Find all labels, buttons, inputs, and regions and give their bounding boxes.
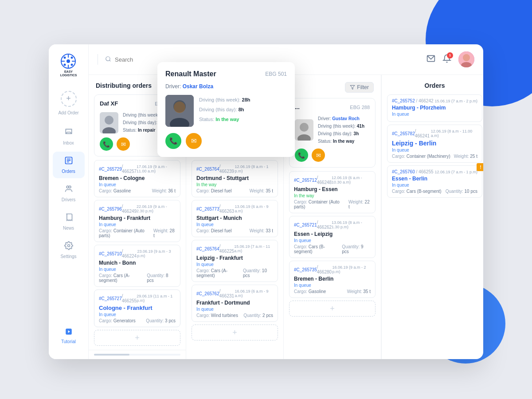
right-order-3[interactable]: ! #C_265760 / 466255 12.06.19 (7 a.m - 1… bbox=[387, 165, 482, 198]
order-cargo-c2-2: Cargo: Diesel fuel Weight: 33 t bbox=[196, 228, 273, 233]
filter-button[interactable]: Filter bbox=[345, 82, 374, 93]
driver-gustav-plate: EBG 288 bbox=[350, 105, 370, 110]
right-order-1[interactable]: #C_265752 / 466242 15.06.19 (7 a.m - 2 p… bbox=[387, 94, 482, 122]
header-icons: 1 bbox=[426, 51, 474, 67]
right-order-id-3: #C_265760 bbox=[392, 169, 415, 174]
svg-point-9 bbox=[71, 64, 73, 66]
sidebar-item-drivers[interactable]: Drivers bbox=[53, 180, 85, 207]
order-time-c1-3: 23.06.19 (9 a.m - 3 p.m) bbox=[137, 249, 176, 258]
order-route-c3-2: Essen - Leipzig bbox=[294, 231, 371, 237]
order-card-col1-2[interactable]: #C_265796 / 466249 22.06.19 (9 a.m - 2.3… bbox=[94, 200, 180, 242]
logo-icon bbox=[60, 53, 76, 69]
settings-icon bbox=[64, 241, 73, 252]
user-avatar[interactable] bbox=[458, 51, 474, 67]
popup-week-label: Driving (this week): bbox=[199, 97, 241, 102]
driver-gustav-actions: 📞 ✉ bbox=[295, 149, 370, 162]
popup-driver-label: Driver: bbox=[165, 83, 181, 90]
tutorial-label: Tutorial bbox=[61, 339, 76, 344]
popup-stats: Driving (this week): 28h Driving (this d… bbox=[199, 95, 250, 127]
orders-panel-title: Orders bbox=[425, 82, 445, 89]
order-cargo-last: Cargo: Generators Quantity: 3 pcs bbox=[99, 318, 176, 323]
column-3-scroll[interactable]: ... EBG 288 bbox=[284, 98, 381, 359]
gustav-email-button[interactable]: ✉ bbox=[312, 149, 325, 162]
order-route-c2-1: Dortmund - Stuttgart bbox=[196, 175, 273, 181]
sidebar-settings-label: Settings bbox=[60, 254, 76, 259]
sidebar-item-orders[interactable]: Orders bbox=[53, 152, 85, 178]
order-card-col2-3[interactable]: #C_265764 / 466225 15.06.19 (7 a.m - 11 … bbox=[192, 240, 278, 282]
order-time-c3-3: 16.06.19 (9 a.m - 2 p.m) bbox=[332, 265, 371, 274]
order-num-c1-3: / 466224 bbox=[122, 249, 137, 258]
popup-actions: 📞 ✉ bbox=[165, 133, 287, 149]
notification-button[interactable]: 1 bbox=[442, 54, 451, 65]
popup-header: Renault Master EBG 501 bbox=[165, 70, 287, 78]
order-id-c2-2: #C_265773 bbox=[196, 207, 219, 211]
gustav-phone-button[interactable]: 📞 bbox=[295, 149, 308, 162]
sidebar: EASYLOGISTICS + Add Order Inbox Orders D… bbox=[49, 44, 89, 359]
order-id-c1-3: #C_265710 bbox=[99, 251, 122, 256]
order-card-col2-1[interactable]: #C_265764 / 466239 12.06.19 (8 a.m - 1 p… bbox=[192, 160, 278, 197]
order-card-col3-1[interactable]: #C_265712 / 466248 12.06.19 (6 a.m - 10.… bbox=[289, 171, 376, 213]
orders-panel-scroll[interactable]: #C_265752 / 466242 15.06.19 (7 a.m - 2 p… bbox=[382, 94, 483, 359]
inbox-icon bbox=[64, 128, 73, 139]
popup-email-button[interactable]: ✉ bbox=[186, 133, 202, 149]
order-card-col1-last[interactable]: #C_265727 / 466255 29.06.19 (11 a.m - 1 … bbox=[94, 289, 180, 327]
svg-line-20 bbox=[110, 60, 111, 61]
driver-daf-avatar bbox=[100, 112, 118, 133]
orders-icon bbox=[64, 156, 73, 167]
search-icon bbox=[105, 56, 111, 63]
sidebar-item-settings[interactable]: Settings bbox=[53, 237, 85, 263]
order-route-c2-3: Leipzig - Frankfurt bbox=[196, 255, 273, 261]
driver-card-gustav[interactable]: ... EBG 288 bbox=[289, 98, 376, 168]
order-id-c3-3: #C_265735 bbox=[294, 267, 317, 272]
order-card-col3-3[interactable]: #C_265735 / 466280 16.06.19 (9 a.m - 2 p… bbox=[289, 261, 376, 298]
order-route-c2-2: Stuttgart - Munich bbox=[196, 215, 273, 221]
order-card-col3-2[interactable]: #C_265721 / 466262 13.06.19 (8 a.m - 1.3… bbox=[289, 216, 376, 258]
order-card-col1-3[interactable]: #C_265710 / 466224 23.06.19 (9 a.m - 3 p… bbox=[94, 245, 180, 287]
svg-point-26 bbox=[105, 116, 113, 125]
order-card-col1-1[interactable]: #C_265729 / 466257 17.06.19 (9 a.m - 11.… bbox=[94, 160, 180, 197]
order-time-last: 29.06.19 (11 a.m - 1 p.m) bbox=[137, 294, 176, 303]
order-time-c2-1: 12.06.19 (8 a.m - 1 p.m) bbox=[235, 164, 273, 173]
daf-phone-button[interactable]: 📞 bbox=[100, 137, 113, 151]
sidebar-item-tutorial[interactable]: Tutorial bbox=[53, 323, 85, 348]
mail-button[interactable] bbox=[426, 54, 435, 65]
filter-label: Filter bbox=[357, 84, 369, 90]
order-time-c1-2: 22.06.19 (9 a.m - 2.30 p.m) bbox=[137, 204, 176, 213]
popup-avatar bbox=[165, 95, 194, 127]
warning-badge-3: ! bbox=[477, 163, 483, 171]
svg-point-30 bbox=[300, 123, 309, 132]
order-status-c1-2: In queue bbox=[99, 222, 176, 227]
right-order-2[interactable]: #C_265782 / 466241 12.06.19 (8 a.m - 11.… bbox=[387, 125, 482, 163]
order-status-c3-1: In the way bbox=[294, 193, 371, 198]
add-order-col2[interactable]: + bbox=[192, 325, 278, 340]
order-card-col2-2[interactable]: #C_265773 / 466263 13.06.19 (6 a.m - 9 a… bbox=[192, 200, 278, 237]
add-order-col1[interactable]: + bbox=[94, 330, 180, 346]
right-order-time-1: 15.06.19 (7 a.m - 2 p.m) bbox=[434, 99, 477, 103]
column-3-header: Filter bbox=[284, 75, 381, 98]
svg-point-16 bbox=[67, 244, 70, 246]
sidebar-item-add-order[interactable]: + Add Order bbox=[53, 86, 85, 120]
order-time-c2-3: 15.06.19 (7 a.m - 11 a.m) bbox=[234, 244, 273, 253]
order-status-c1-3: In queue bbox=[99, 267, 176, 272]
svg-point-35 bbox=[174, 102, 185, 113]
popup-phone-button[interactable]: 📞 bbox=[165, 133, 181, 149]
right-order-num-1: / 466242 bbox=[416, 98, 434, 103]
right-order-time-2: 12.06.19 (8 a.m - 11.00 a.m) bbox=[431, 129, 477, 138]
order-id-c3-2: #C_265721 bbox=[294, 223, 317, 227]
order-status-c2-2: In queue bbox=[196, 222, 273, 227]
order-route-c1-3: Munich - Bonn bbox=[99, 260, 176, 266]
order-num-c1-1: / 466257 bbox=[122, 164, 137, 174]
popup-body: Driving (this week): 28h Driving (this d… bbox=[165, 95, 287, 127]
sidebar-item-news[interactable]: News bbox=[53, 208, 85, 235]
sidebar-item-inbox[interactable]: Inbox bbox=[53, 123, 85, 150]
order-num-c3-3: / 466280 bbox=[317, 265, 332, 274]
right-order-num-3: / 466255 bbox=[416, 169, 434, 174]
daf-email-button[interactable]: ✉ bbox=[117, 137, 130, 151]
right-order-route-2: Leipzig - Berlin bbox=[392, 140, 477, 147]
order-card-col2-4[interactable]: #C_265762 / 466231 16.06.19 (6 a.m - 9 a… bbox=[192, 285, 278, 322]
order-id-last: #C_265727 bbox=[99, 296, 122, 301]
order-time-c2-4: 16.06.19 (6 a.m - 9 a.m) bbox=[235, 289, 273, 298]
sidebar-orders-label: Orders bbox=[62, 169, 75, 174]
popup-day-label: Driving (this day): bbox=[199, 107, 237, 112]
add-order-col3[interactable]: + bbox=[289, 301, 376, 317]
